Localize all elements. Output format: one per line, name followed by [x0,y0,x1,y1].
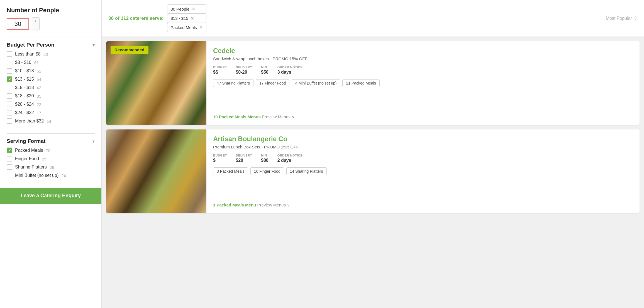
budget-option[interactable]: $15 - $18 43 [7,85,95,90]
meta-order-notice-value: 3 days [277,70,291,75]
budget-checkbox-0[interactable] [7,51,12,57]
serving-option-label: Sharing Platters [15,165,47,170]
budget-option-label: $20 - $24 [15,102,34,107]
serving-tag[interactable]: 3 Packed Meals [213,167,248,175]
serving-option[interactable]: Mini Buffet (no set up) 24 [7,173,95,178]
serving-tag[interactable]: 4 Mini Buffet (no set up) [292,79,340,87]
budget-checkbox-8[interactable] [7,118,12,124]
budget-option[interactable]: Less than $8 50 [7,51,95,57]
filter-tag-0[interactable]: 30 People✕ [167,4,206,14]
meta-delivery: DELIVERY $20 [236,154,252,163]
caterer-name[interactable]: Artisan Boulangerie Co [213,135,633,143]
budget-checkbox-5[interactable] [7,93,12,99]
serving-checkbox-2[interactable] [7,164,12,170]
number-stepper: + − [32,17,40,30]
budget-option[interactable]: $18 - $20 35 [7,93,95,99]
budget-option[interactable]: $10 - $13 62 [7,68,95,74]
serving-option[interactable]: Sharing Platters 38 [7,164,95,170]
budget-option[interactable]: $20 - $24 22 [7,102,95,107]
menus-row: 10 Packed Meals Menus Preview Menus ∨ [213,110,633,119]
budget-option[interactable]: More than $32 14 [7,118,95,124]
filter-bar-left: 36 of 112 caterers serve: 30 People✕$13 … [108,4,206,32]
budget-option-count: 35 [37,94,42,98]
budget-option-label: $24 - $32 [15,110,34,115]
sort-chevron-icon: ⇕ [634,16,637,21]
budget-option-count: 61 [34,60,39,65]
serving-checkbox-3[interactable] [7,173,12,178]
main-content: 36 of 112 caterers serve: 30 People✕$13 … [102,0,644,308]
budget-filter-section: Budget Per Person ▾ Less than $8 50 $8 -… [7,42,95,127]
stepper-minus-button[interactable]: − [32,24,39,30]
serving-tag[interactable]: 21 Packed Meals [342,79,379,87]
serving-option-count: 24 [61,173,66,178]
leave-enquiry-button[interactable]: Leave a Catering Enquiry [0,188,101,204]
filter-tags: 30 People✕$13 - $15✕Packed Meals✕ [167,4,206,32]
sort-select[interactable]: Most Popular ⇕ [606,16,637,21]
results-list: Recommended Cedele Sandwich & wrap lunch… [102,37,644,308]
budget-option[interactable]: $24 - $32 17 [7,110,95,116]
budget-option-label: $13 - $15 [15,77,34,82]
preview-menus-link[interactable]: Preview Menus ∨ [262,114,295,119]
number-of-people-label: Number of People [7,7,95,14]
budget-collapse-icon[interactable]: ▾ [92,42,95,48]
budget-checkbox-1[interactable] [7,60,12,65]
budget-option-label: More than $32 [15,119,44,124]
budget-option[interactable]: $13 - $15 54 [7,76,95,82]
sidebar: Number of People + − Budget Per Person ▾… [0,0,102,308]
budget-checkbox-6[interactable] [7,102,12,107]
meta-delivery-value: $20 [236,158,243,163]
serving-option-label: Mini Buffet (no set up) [15,173,58,178]
filter-tag-1[interactable]: $13 - $15✕ [167,14,206,23]
serving-tag[interactable]: 14 Sharing Platters [286,167,327,175]
serving-option-label: Packed Meals [15,148,43,153]
serving-checkbox-1[interactable] [7,156,12,162]
budget-checkbox-7[interactable] [7,110,12,116]
caterer-meta: BUDGET $ DELIVERY $20 MIN $80 ORDER NOTI… [213,154,633,163]
menus-count[interactable]: 1 Packed Meals Menu [213,203,256,207]
serving-tags-list: 3 Packed Meals16 Finger Food14 Sharing P… [213,167,633,175]
recommended-badge: Recommended [111,46,148,54]
caterer-card-artisan: Artisan Boulangerie Co Premium Lunch Box… [106,129,640,213]
budget-section-title: Budget Per Person [7,42,54,48]
caterers-count-number: 36 [108,16,114,21]
budget-option[interactable]: $8 - $10 61 [7,60,95,65]
serving-checkbox-0[interactable] [7,148,12,153]
budget-option-count: 17 [37,110,42,115]
budget-option-count: 14 [47,119,51,124]
budget-checkbox-4[interactable] [7,85,12,90]
budget-checkbox-3[interactable] [7,76,12,82]
filter-bar: 36 of 112 caterers serve: 30 People✕$13 … [102,0,644,37]
serving-tags-list: 47 Sharing Platters17 Finger Food4 Mini … [213,79,633,87]
filter-tag-2[interactable]: Packed Meals✕ [167,23,206,32]
serving-option[interactable]: Finger Food 25 [7,156,95,162]
serving-format-title: Serving Format [7,138,45,144]
meta-budget-value: $ [213,158,216,163]
filter-tag-remove-icon[interactable]: ✕ [199,25,203,30]
serving-tag[interactable]: 16 Finger Food [250,167,284,175]
stepper-plus-button[interactable]: + [32,18,39,24]
serving-options-list: Packed Meals 70 Finger Food 25 Sharing P… [7,148,95,178]
meta-budget-label: BUDGET [213,154,227,157]
number-of-people-section: Number of People + − [7,7,95,30]
filter-tag-remove-icon[interactable]: ✕ [191,16,194,21]
preview-menus-link[interactable]: Preview Menus ∨ [257,203,290,207]
menus-count[interactable]: 10 Packed Meals Menus [213,114,261,119]
meta-min-label: MIN [261,66,267,69]
menus-row: 1 Packed Meals Menu Preview Menus ∨ [213,198,633,208]
serving-tag[interactable]: 47 Sharing Platters [213,79,253,87]
caterer-name[interactable]: Cedele [213,47,633,55]
serving-collapse-icon[interactable]: ▾ [92,139,95,144]
caterer-info-cedele: Cedele Sandwich & wrap lunch boxes - PRO… [206,41,640,125]
meta-delivery: DELIVERY $0-20 [236,66,252,75]
serving-tag[interactable]: 17 Finger Food [256,79,289,87]
filter-tag-remove-icon[interactable]: ✕ [192,6,195,12]
budget-option-label: $15 - $18 [15,85,34,90]
caterer-info-artisan: Artisan Boulangerie Co Premium Lunch Box… [206,129,640,213]
budget-option-count: 43 [37,85,42,90]
budget-checkbox-2[interactable] [7,68,12,74]
budget-option-count: 50 [43,52,48,57]
budget-option-count: 62 [37,69,42,73]
meta-budget: BUDGET $ [213,154,227,163]
serving-option[interactable]: Packed Meals 70 [7,148,95,153]
number-of-people-input[interactable] [7,18,29,30]
